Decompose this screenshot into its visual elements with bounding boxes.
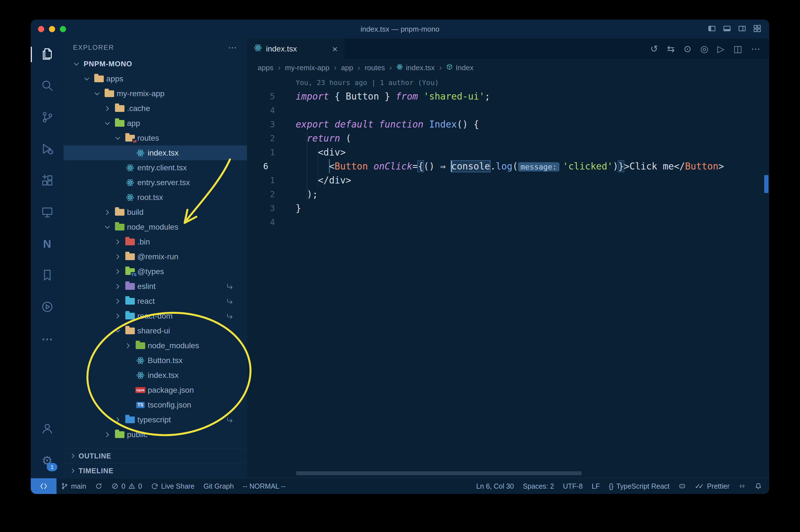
tree-item-root.tsx[interactable]: root.tsx	[63, 190, 247, 205]
status-language[interactable]: {}TypeScript React	[604, 478, 674, 494]
local-history-icon[interactable]: ↺	[650, 43, 658, 54]
tree-item-index.tsx[interactable]: index.tsx	[63, 368, 247, 383]
code-line[interactable]: 1 </div>	[247, 173, 769, 187]
breadcrumb-app[interactable]: app	[341, 63, 353, 72]
go-to-symbol-icon[interactable]: ⊙	[684, 43, 691, 54]
status-prettier[interactable]: ✓✓Prettier	[690, 478, 734, 494]
section-outline[interactable]: OUTLINE	[63, 449, 247, 463]
tree-item-typescript[interactable]: typescript	[63, 412, 247, 427]
breadcrumb-routes[interactable]: routes	[365, 63, 385, 72]
code-line[interactable]: 5import { Button } from 'shared-ui';	[247, 89, 769, 103]
customize-layout-icon[interactable]	[753, 24, 761, 34]
zoom-window-button[interactable]	[60, 26, 66, 32]
status-sync[interactable]	[91, 478, 107, 494]
activity-bookmarks-button[interactable]	[31, 260, 63, 291]
tree-item-.bin[interactable]: .bin	[63, 234, 247, 249]
tree-item-my-remix-app[interactable]: my-remix-app	[63, 86, 247, 101]
close-tab-icon[interactable]: ×	[332, 44, 338, 54]
tree-item-apps[interactable]: apps	[63, 71, 247, 86]
code-line[interactable]: 3}	[247, 201, 769, 215]
code-line[interactable]: 2 return (	[247, 131, 769, 145]
section-timeline[interactable]: TIMELINE	[63, 463, 247, 478]
sidebar-header: EXPLORER ⋯	[63, 39, 247, 57]
breadcrumb-index.tsx[interactable]: index.tsx	[396, 63, 435, 72]
tree-item-@types[interactable]: TS@types	[63, 264, 247, 279]
sidebar-more-actions-icon[interactable]: ⋯	[228, 42, 237, 53]
open-changes-icon[interactable]: ⇆	[667, 43, 675, 54]
minimize-window-button[interactable]	[49, 26, 55, 32]
status-git-branch[interactable]: main	[57, 478, 91, 494]
tree-item-entry.client.tsx[interactable]: entry.client.tsx	[63, 160, 247, 175]
status-broadcast[interactable]	[734, 478, 750, 494]
activity-explorer-button[interactable]	[31, 39, 63, 70]
tree-item-eslint[interactable]: eslint	[63, 279, 247, 294]
ts-icon: TS	[134, 402, 147, 408]
codelens-blame[interactable]: You, 23 hours ago | 1 author (You)	[247, 76, 769, 89]
breadcrumb-my-remix-app[interactable]: my-remix-app	[285, 63, 329, 72]
chevron-right-icon	[112, 253, 124, 261]
code-line[interactable]: 2 );	[247, 187, 769, 201]
tree-item-public[interactable]: public	[63, 427, 247, 442]
tree-item-label: public	[127, 430, 147, 439]
copilot-icon	[679, 482, 686, 490]
titlebar[interactable]: index.tsx — pnpm-mono	[31, 20, 769, 39]
tree-item-button.tsx[interactable]: Button.tsx	[63, 353, 247, 368]
tree-item-node_modules[interactable]: node_modules	[63, 220, 247, 234]
activity-live-server-button[interactable]	[31, 291, 63, 323]
status-encoding[interactable]: UTF-8	[558, 478, 587, 494]
status-indentation[interactable]: Spaces: 2	[518, 478, 558, 494]
folder-icon: TS	[124, 268, 136, 275]
code-line[interactable]: 1 <div>	[247, 145, 769, 159]
tree-item-@remix-run[interactable]: @remix-run	[63, 249, 247, 264]
activity-remote-explorer-button[interactable]	[31, 197, 63, 228]
horizontal-scrollbar[interactable]	[296, 471, 582, 475]
tree-item-tsconfig.json[interactable]: TStsconfig.json	[63, 397, 247, 412]
tab-index-tsx[interactable]: index.tsx ×	[247, 39, 344, 59]
split-editor-icon[interactable]: ◫	[734, 43, 742, 54]
status-remote[interactable]	[31, 478, 57, 494]
more-actions-icon[interactable]: ⋯	[751, 43, 760, 54]
toggle-primary-sidebar-icon[interactable]	[708, 24, 716, 34]
activity-source-control-button[interactable]	[31, 102, 63, 133]
toggle-panel-icon[interactable]	[723, 24, 731, 34]
status-copilot[interactable]	[674, 478, 690, 494]
activity-more-views-button[interactable]: ⋯	[31, 323, 63, 355]
tree-item-react[interactable]: react	[63, 294, 247, 308]
tree-item-package.json[interactable]: npmpackage.json	[63, 383, 247, 397]
tree-item-.cache[interactable]: .cache	[63, 101, 247, 116]
status-vim-mode[interactable]: -- NORMAL --	[238, 478, 290, 494]
tree-item-pnpm-mono[interactable]: PNPM-MONO	[63, 57, 247, 71]
activity-run-and-debug-button[interactable]	[31, 133, 63, 165]
tree-item-node_modules[interactable]: node_modules	[63, 338, 247, 353]
toggle-secondary-sidebar-icon[interactable]	[738, 24, 746, 34]
status-problems[interactable]: 00	[107, 478, 147, 494]
breadcrumb-apps[interactable]: apps	[258, 63, 273, 72]
status-live-share[interactable]: Live Share	[147, 478, 199, 494]
run-file-icon[interactable]: ▷	[717, 43, 724, 54]
activity-nx-console-button[interactable]: N	[31, 228, 63, 260]
code-line[interactable]: 6 <Button onClick={() ⇒ console.log(mess…	[247, 159, 769, 173]
close-window-button[interactable]	[38, 26, 44, 32]
tree-item-react-dom[interactable]: react-dom	[63, 308, 247, 323]
tree-item-entry.server.tsx[interactable]: entry.server.tsx	[63, 175, 247, 190]
code-line[interactable]: 3export default function Index() {	[247, 117, 769, 131]
activity-extensions-button[interactable]	[31, 165, 63, 197]
activity-search-button[interactable]	[31, 70, 63, 102]
code-editor[interactable]: You, 23 hours ago | 1 author (You) 5impo…	[247, 76, 769, 478]
activity-manage-button[interactable]: ⚙1	[31, 445, 63, 476]
status-eol[interactable]: LF	[587, 478, 604, 494]
breadcrumb-index[interactable]: Index	[446, 63, 474, 72]
tree-item-routes[interactable]: ⇄routes	[63, 131, 247, 146]
code-line[interactable]: 4	[247, 103, 769, 117]
tree-item-index.tsx[interactable]: index.tsx	[63, 146, 247, 160]
status-cursor-position[interactable]: Ln 6, Col 30	[472, 478, 518, 494]
tree-item-shared-ui[interactable]: shared-ui	[63, 323, 247, 338]
status-notifications[interactable]	[750, 478, 766, 494]
status-git-graph[interactable]: Git Graph	[199, 478, 238, 494]
tree-item-app[interactable]: app	[63, 116, 247, 131]
tree-item-build[interactable]: build	[63, 205, 247, 220]
toggle-preview-icon[interactable]: ◎	[700, 43, 708, 54]
react-icon	[124, 164, 136, 172]
activity-accounts-button[interactable]	[31, 413, 63, 445]
code-line[interactable]: 4	[247, 215, 769, 229]
